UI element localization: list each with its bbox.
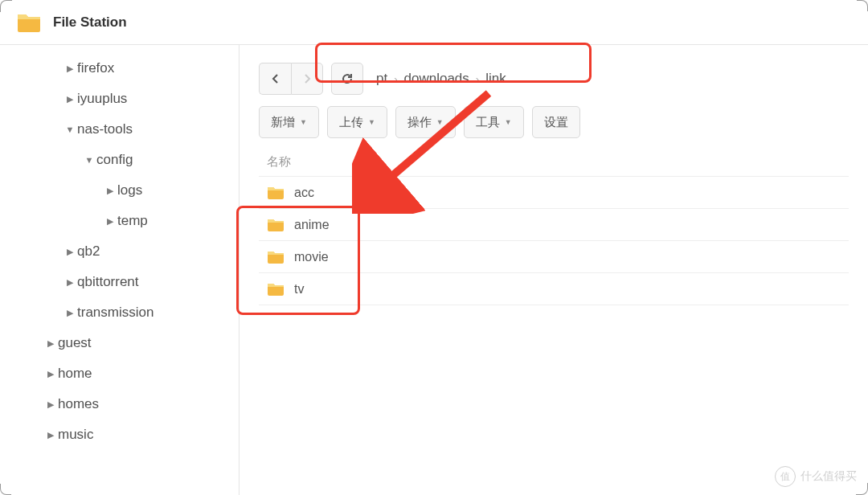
tree-item-label: nas-tools [77, 114, 133, 145]
caret-right-icon[interactable]: ▶ [104, 206, 116, 236]
tools-button[interactable]: 工具▼ [464, 106, 524, 138]
action-button[interactable]: 操作▼ [395, 106, 456, 138]
upload-button[interactable]: 上传▼ [327, 106, 387, 138]
tree-item-temp[interactable]: ▶temp [0, 206, 239, 236]
refresh-icon [341, 72, 354, 85]
chevron-right-icon [303, 73, 311, 84]
tree-item-homes[interactable]: ▶homes [0, 389, 239, 419]
tree-item-iyuuplus[interactable]: ▶iyuuplus [0, 84, 239, 114]
table-row[interactable]: anime [259, 209, 849, 241]
tree-item-label: logs [117, 175, 142, 206]
caret-right-icon[interactable]: ▶ [64, 297, 76, 328]
breadcrumb-part[interactable]: downloads [404, 71, 469, 87]
watermark-icon: 值 [775, 466, 796, 487]
folder-tree-sidebar: ▶firefox▶iyuuplus▼nas-tools▼config▶logs▶… [0, 45, 240, 495]
tree-item-music[interactable]: ▶music [0, 419, 239, 450]
breadcrumb-part[interactable]: pt [376, 71, 387, 87]
tree-item-guest[interactable]: ▶guest [0, 328, 239, 358]
caret-right-icon[interactable]: ▶ [45, 419, 56, 450]
watermark-text: 什么值得买 [800, 469, 857, 484]
nav-forward-button[interactable] [291, 63, 323, 95]
tree-item-transmission[interactable]: ▶transmission [0, 297, 239, 328]
caret-right-icon[interactable]: ▶ [45, 358, 56, 389]
folder-icon [267, 186, 285, 200]
tree-item-qb2[interactable]: ▶qb2 [0, 236, 239, 267]
app-header: File Station [0, 0, 868, 45]
caret-right-icon[interactable]: ▶ [45, 328, 56, 358]
table-row[interactable]: tv [259, 273, 849, 305]
caret-right-icon[interactable]: ▶ [45, 389, 56, 419]
refresh-button[interactable] [331, 63, 363, 95]
tree-item-nas-tools[interactable]: ▼nas-tools [0, 114, 239, 145]
chevron-right-icon: › [476, 73, 479, 85]
tree-item-label: qbittorrent [77, 267, 139, 297]
chevron-left-icon [272, 73, 280, 84]
caret-down-icon: ▼ [300, 118, 307, 126]
tree-item-label: home [58, 358, 92, 389]
tree-item-label: temp [117, 206, 148, 236]
settings-button[interactable]: 设置 [532, 106, 580, 138]
app-folder-icon [16, 10, 42, 35]
watermark: 值 什么值得买 [775, 466, 857, 487]
table-row[interactable]: movie [259, 241, 849, 273]
tree-item-label: homes [58, 389, 99, 419]
tree-item-label: transmission [77, 297, 154, 328]
tree-item-label: firefox [77, 53, 114, 84]
caret-down-icon: ▼ [436, 118, 444, 126]
folder-icon [267, 218, 285, 232]
row-name: acc [294, 186, 314, 200]
content-pane: pt › downloads › link 新增▼ 上传▼ 操作▼ 工具▼ 设置… [240, 45, 868, 495]
tree-item-label: iyuuplus [77, 84, 127, 114]
table-row[interactable]: acc [259, 177, 849, 209]
breadcrumb-part[interactable]: link [485, 71, 506, 87]
folder-icon [267, 282, 285, 297]
tree-item-home[interactable]: ▶home [0, 358, 239, 389]
caret-right-icon[interactable]: ▶ [64, 84, 76, 114]
row-name: tv [294, 282, 304, 297]
new-button[interactable]: 新增▼ [259, 106, 319, 138]
caret-right-icon[interactable]: ▶ [104, 175, 116, 206]
chevron-right-icon: › [394, 73, 397, 85]
caret-down-icon: ▼ [505, 118, 512, 126]
tree-item-label: config [96, 145, 133, 175]
tree-item-logs[interactable]: ▶logs [0, 175, 239, 206]
row-name: movie [294, 250, 329, 264]
row-name: anime [294, 218, 330, 232]
tree-item-label: guest [58, 328, 92, 358]
caret-right-icon[interactable]: ▶ [64, 267, 76, 297]
breadcrumb: pt › downloads › link [371, 71, 518, 87]
tree-item-qbittorrent[interactable]: ▶qbittorrent [0, 267, 239, 297]
toolbar: 新增▼ 上传▼ 操作▼ 工具▼ 设置 [259, 106, 849, 138]
tree-item-label: qb2 [77, 236, 100, 267]
folder-icon [267, 250, 285, 264]
column-header-name[interactable]: 名称 [259, 151, 849, 177]
caret-right-icon[interactable]: ▶ [64, 53, 76, 84]
caret-down-icon[interactable]: ▼ [64, 114, 76, 145]
caret-down-icon[interactable]: ▼ [84, 145, 95, 175]
caret-down-icon: ▼ [368, 118, 375, 126]
tree-item-config[interactable]: ▼config [0, 145, 239, 175]
app-title: File Station [53, 14, 127, 31]
nav-back-button[interactable] [259, 63, 291, 95]
tree-item-firefox[interactable]: ▶firefox [0, 53, 239, 84]
tree-item-label: music [58, 419, 93, 450]
caret-right-icon[interactable]: ▶ [64, 236, 76, 267]
